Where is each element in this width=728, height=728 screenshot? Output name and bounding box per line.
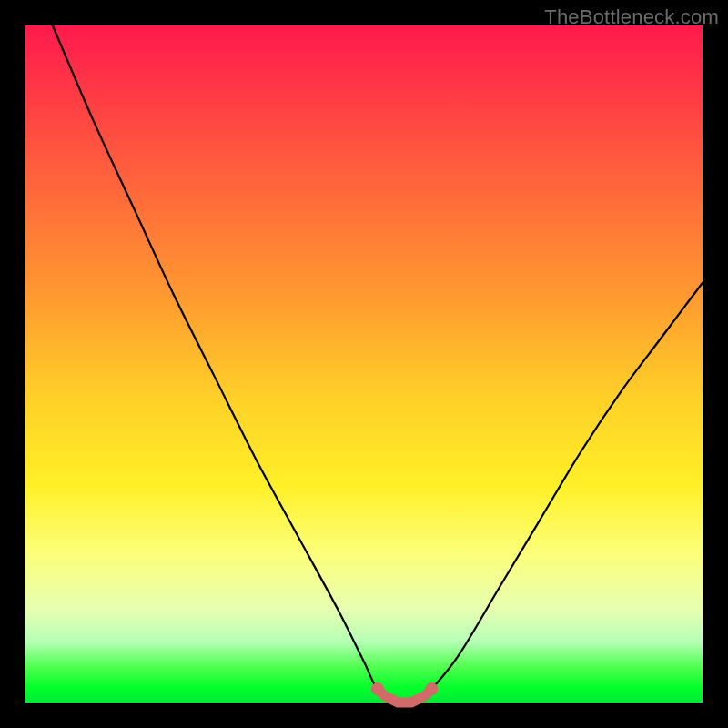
chart-plot-area <box>25 25 703 703</box>
plateau-marker-line <box>378 689 432 703</box>
plateau-end-left <box>371 682 384 695</box>
bottleneck-curve-line <box>53 25 703 704</box>
bottleneck-curve-svg <box>25 25 703 703</box>
chart-frame: TheBottleneck.com <box>0 0 728 728</box>
watermark-text: TheBottleneck.com <box>544 5 719 29</box>
plateau-end-right <box>425 682 438 695</box>
